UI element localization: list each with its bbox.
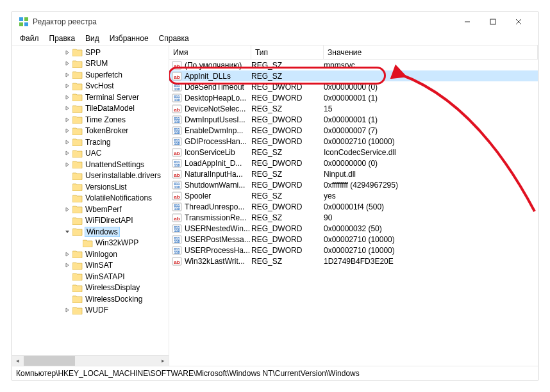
table-row[interactable]: ab(По умолчанию)REG_SZmnmsrvc [169, 60, 538, 70]
folder-icon [72, 272, 83, 281]
tree-item[interactable]: WiFiDirectAPI [12, 215, 169, 227]
menu-item[interactable]: Файл [15, 33, 44, 44]
close-button[interactable] [506, 13, 531, 31]
minimize-button[interactable] [454, 13, 480, 31]
table-row[interactable]: abSpoolerREG_SZyes [169, 190, 538, 201]
value-type: REG_SZ [251, 104, 324, 113]
tree-item[interactable]: Terminal Server [12, 92, 169, 103]
chevron-right-icon[interactable] [63, 207, 71, 212]
folder-icon [72, 172, 83, 180]
scroll-left-button[interactable]: ◂ [12, 355, 23, 366]
tree-item-label: Win32kWPP [95, 238, 139, 247]
scroll-thumb[interactable] [24, 356, 75, 366]
reg-dword-icon: 011110 [172, 136, 182, 147]
chevron-right-icon[interactable] [63, 140, 71, 145]
menu-item[interactable]: Правка [44, 33, 81, 44]
chevron-right-icon[interactable] [63, 151, 71, 156]
chevron-right-icon[interactable] [63, 95, 71, 100]
table-row[interactable]: abDeviceNotSelec...REG_SZ15 [169, 103, 538, 114]
tree-item[interactable]: WirelessDisplay [12, 282, 169, 294]
table-row[interactable]: 011110USERProcessHa...REG_DWORD0x0000271… [169, 245, 538, 256]
svg-rect-2 [19, 22, 23, 26]
value-data: Ninput.dll [324, 170, 538, 179]
chevron-right-icon[interactable] [63, 117, 71, 122]
tree-item[interactable]: Time Zones [12, 114, 169, 126]
tree-item[interactable]: Winlogon [12, 249, 169, 260]
column-header-value[interactable]: Значение [324, 45, 538, 59]
chevron-right-icon[interactable] [63, 106, 71, 111]
chevron-right-icon[interactable] [63, 61, 71, 66]
table-row[interactable]: abTransmissionRe...REG_SZ90 [169, 212, 538, 223]
tree-item[interactable]: WUDF [12, 305, 169, 316]
tree-item[interactable]: WbemPerf [12, 204, 169, 215]
table-row[interactable]: 011110LoadAppInit_D...REG_DWORD0x0000000… [169, 158, 538, 168]
maximize-button[interactable] [480, 13, 506, 31]
menu-item[interactable]: Справка [154, 33, 194, 44]
value-name: USERProcessHa... [185, 246, 251, 255]
scroll-right-button[interactable]: ▸ [158, 355, 169, 366]
table-row[interactable]: 011110DesktopHeapLo...REG_DWORD0x0000000… [169, 92, 538, 103]
tree-item[interactable]: Windows [12, 226, 169, 238]
table-row[interactable]: 011110EnableDwmInp...REG_DWORD0x00000007… [169, 125, 538, 136]
chevron-right-icon[interactable] [63, 263, 71, 268]
table-row[interactable]: 011110DwmInputUsesI...REG_DWORD0x0000000… [169, 114, 538, 125]
table-row[interactable]: 011110USERNestedWin...REG_DWORD0x0000003… [169, 223, 538, 234]
tree-item[interactable]: SRUM [12, 58, 169, 70]
menu-item[interactable]: Избранное [104, 33, 154, 44]
tree-item-label: Windows [85, 227, 120, 237]
table-row[interactable]: 011110ShutdownWarni...REG_DWORD0xfffffff… [169, 179, 538, 190]
tree-item[interactable]: SPP [12, 47, 169, 58]
chevron-right-icon[interactable] [63, 72, 71, 78]
table-row[interactable]: 011110USERPostMessa...REG_DWORD0x0000271… [169, 234, 538, 245]
svg-text:110: 110 [174, 120, 179, 124]
chevron-right-icon[interactable] [63, 162, 71, 167]
tree-item[interactable]: Userinstallable.drivers [12, 170, 169, 182]
window-chrome: Редактор реестра ФайлПравкаВидИзбранноеС… [12, 12, 538, 380]
tree-view[interactable]: SPPSRUMSuperfetchSvcHostTerminal ServerT… [12, 45, 169, 355]
reg-sz-icon: ab [172, 104, 182, 114]
chevron-right-icon[interactable] [63, 252, 71, 257]
chevron-right-icon[interactable] [63, 307, 71, 313]
tree-item[interactable]: SvcHost [12, 81, 169, 92]
tree-item[interactable]: WinSATAPI [12, 271, 169, 282]
tree-item[interactable]: Tracing [12, 136, 169, 148]
menu-item[interactable]: Вид [80, 33, 104, 44]
value-name: IconServiceLib [185, 148, 251, 157]
value-data: 0x00000000 (0) [324, 83, 538, 92]
folder-icon [72, 227, 83, 236]
column-header-name[interactable]: Имя [169, 45, 251, 59]
tree-item[interactable]: WirelessDocking [12, 293, 169, 305]
tree-item[interactable]: TokenBroker [12, 126, 169, 137]
tree-item[interactable]: Superfetch [12, 69, 169, 81]
chevron-right-icon[interactable] [63, 128, 71, 133]
folder-icon [72, 250, 83, 258]
tree-item[interactable]: UAC [12, 148, 169, 159]
tree-item[interactable]: VersionsList [12, 181, 169, 193]
tree-item[interactable]: Win32kWPP [12, 238, 169, 249]
tree-item[interactable]: VolatileNotifications [12, 193, 169, 204]
tree-item-label: VersionsList [85, 183, 128, 192]
reg-dword-icon: 011110 [172, 180, 182, 190]
value-data: mnmsrvc [324, 61, 538, 70]
svg-text:110: 110 [174, 98, 179, 102]
chevron-down-icon[interactable] [63, 229, 71, 234]
tree-item[interactable]: UnattendSettings [12, 159, 169, 170]
table-row[interactable]: abNaturalInputHa...REG_SZNinput.dll [169, 168, 538, 179]
table-row[interactable]: abAppInit_DLLsREG_SZ [169, 70, 538, 81]
table-row[interactable]: 011110GDIProcessHan...REG_DWORD0x0000271… [169, 136, 538, 147]
reg-sz-icon: ab [172, 191, 182, 201]
table-row[interactable]: 011110DdeSendTimeoutREG_DWORD0x00000000 … [169, 81, 538, 92]
table-row[interactable]: 011110ThreadUnrespo...REG_DWORD0x000001f… [169, 201, 538, 212]
table-row[interactable]: abWin32kLastWrit...REG_SZ1D2749B4FD3E20E [169, 256, 538, 266]
column-header-type[interactable]: Тип [251, 45, 324, 59]
tree-item[interactable]: WinSAT [12, 260, 169, 272]
value-type: REG_DWORD [251, 181, 324, 190]
status-path: Компьютер\HKEY_LOCAL_MACHINE\SOFTWARE\Mi… [16, 369, 360, 378]
tree-hscrollbar[interactable]: ◂ ▸ [12, 355, 169, 366]
chevron-right-icon[interactable] [63, 50, 71, 55]
tree-item-label: WirelessDocking [85, 295, 143, 304]
tree-item[interactable]: TileDataModel [12, 103, 169, 115]
values-list[interactable]: ab(По умолчанию)REG_SZmnmsrvcabAppInit_D… [169, 60, 538, 366]
table-row[interactable]: abIconServiceLibREG_SZIconCodecService.d… [169, 147, 538, 158]
chevron-right-icon[interactable] [63, 83, 71, 88]
